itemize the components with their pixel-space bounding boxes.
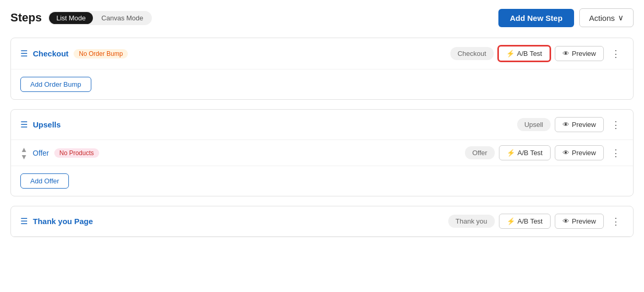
offer-actions: Offer ⚡ A/B Test 👁 Preview ⋮ <box>465 145 624 160</box>
list-icon: ☰ <box>20 49 28 59</box>
thankyou-preview-label: Preview <box>572 217 596 225</box>
upsells-title[interactable]: Upsells <box>33 120 61 129</box>
thankyou-section: ☰ Thank you Page Thank you ⚡ A/B Test 👁 … <box>10 206 634 237</box>
thankyou-title[interactable]: Thank you Page <box>33 217 93 226</box>
add-offer-button[interactable]: Add Offer <box>20 173 69 189</box>
checkout-title-area: ☰ Checkout No Order Bump <box>20 49 450 59</box>
thankyou-type-badge: Thank you <box>448 215 495 228</box>
preview-eye-icon: 👁 <box>563 50 569 57</box>
offer-ab-test-button[interactable]: ⚡ A/B Test <box>499 145 551 160</box>
checkout-preview-label: Preview <box>572 50 596 57</box>
offer-preview-eye-icon: 👁 <box>563 149 569 157</box>
upsells-list-icon: ☰ <box>20 120 28 130</box>
checkout-ab-test-button[interactable]: ⚡ A/B Test <box>498 45 551 62</box>
upsells-section-body: Add Offer <box>11 166 633 196</box>
checkout-preview-button[interactable]: 👁 Preview <box>555 46 604 61</box>
header: Steps List Mode Canvas Mode Add New Step… <box>10 8 634 27</box>
checkout-section-header: ☰ Checkout No Order Bump Checkout ⚡ A/B … <box>11 38 633 69</box>
checkout-type-badge: Checkout <box>450 47 494 60</box>
thankyou-ab-label: A/B Test <box>518 217 543 225</box>
upsells-preview-button[interactable]: 👁 Preview <box>555 117 604 132</box>
upsells-more-button[interactable]: ⋮ <box>608 118 624 132</box>
thankyou-preview-button[interactable]: 👁 Preview <box>555 214 604 229</box>
thankyou-ab-icon: ⚡ <box>507 217 515 225</box>
list-mode-tab[interactable]: List Mode <box>49 12 93 24</box>
thankyou-actions: Thank you ⚡ A/B Test 👁 Preview ⋮ <box>448 214 624 229</box>
checkout-more-button[interactable]: ⋮ <box>608 47 624 61</box>
add-order-bump-button[interactable]: Add Order Bump <box>20 77 91 92</box>
ab-test-icon: ⚡ <box>506 50 515 57</box>
upsells-preview-eye-icon: 👁 <box>563 121 569 129</box>
offer-more-button[interactable]: ⋮ <box>608 146 624 160</box>
thankyou-more-button[interactable]: ⋮ <box>608 215 624 228</box>
thankyou-ab-test-button[interactable]: ⚡ A/B Test <box>499 214 551 229</box>
actions-label: Actions <box>589 14 615 22</box>
page-title: Steps <box>10 11 42 25</box>
upsells-actions: Upsell 👁 Preview ⋮ <box>517 117 624 132</box>
checkout-title[interactable]: Checkout <box>33 49 68 58</box>
checkout-actions: Checkout ⚡ A/B Test 👁 Preview ⋮ <box>450 45 624 62</box>
actions-button[interactable]: Actions ∨ <box>579 8 634 27</box>
offer-title-area: ▲ ▼ Offer No Products <box>20 146 465 160</box>
upsells-type-badge: Upsell <box>517 118 551 131</box>
sort-icon: ▲ ▼ <box>20 146 28 160</box>
checkout-section: ☰ Checkout No Order Bump Checkout ⚡ A/B … <box>10 38 634 100</box>
mode-tabs: List Mode Canvas Mode <box>48 11 152 25</box>
header-left: Steps List Mode Canvas Mode <box>10 11 152 25</box>
header-right: Add New Step Actions ∨ <box>498 8 634 27</box>
upsells-section-header: ☰ Upsells Upsell 👁 Preview ⋮ <box>11 110 633 140</box>
offer-preview-button[interactable]: 👁 Preview <box>555 145 604 160</box>
offer-badge: No Products <box>54 148 99 158</box>
upsells-section: ☰ Upsells Upsell 👁 Preview ⋮ ▲ ▼ Offer N <box>10 109 634 196</box>
upsells-preview-label: Preview <box>572 121 596 129</box>
upsells-title-area: ☰ Upsells <box>20 120 517 130</box>
page-wrapper: Steps List Mode Canvas Mode Add New Step… <box>0 0 644 292</box>
thankyou-section-header: ☰ Thank you Page Thank you ⚡ A/B Test 👁 … <box>11 206 633 237</box>
offer-ab-label: A/B Test <box>518 149 543 157</box>
checkout-badge: No Order Bump <box>74 49 128 59</box>
thankyou-preview-eye-icon: 👁 <box>563 217 569 225</box>
offer-title[interactable]: Offer <box>33 149 49 157</box>
offer-type-badge: Offer <box>465 146 495 159</box>
add-new-step-button[interactable]: Add New Step <box>498 9 574 27</box>
offer-ab-icon: ⚡ <box>507 149 515 157</box>
checkout-section-body: Add Order Bump <box>11 69 633 99</box>
checkout-ab-label: A/B Test <box>517 50 542 57</box>
thankyou-title-area: ☰ Thank you Page <box>20 216 448 226</box>
offer-sub-row: ▲ ▼ Offer No Products Offer ⚡ A/B Test 👁… <box>11 140 633 166</box>
canvas-mode-tab[interactable]: Canvas Mode <box>94 12 150 24</box>
thankyou-list-icon: ☰ <box>20 216 28 226</box>
offer-preview-label: Preview <box>572 149 596 157</box>
chevron-down-icon: ∨ <box>618 13 624 22</box>
